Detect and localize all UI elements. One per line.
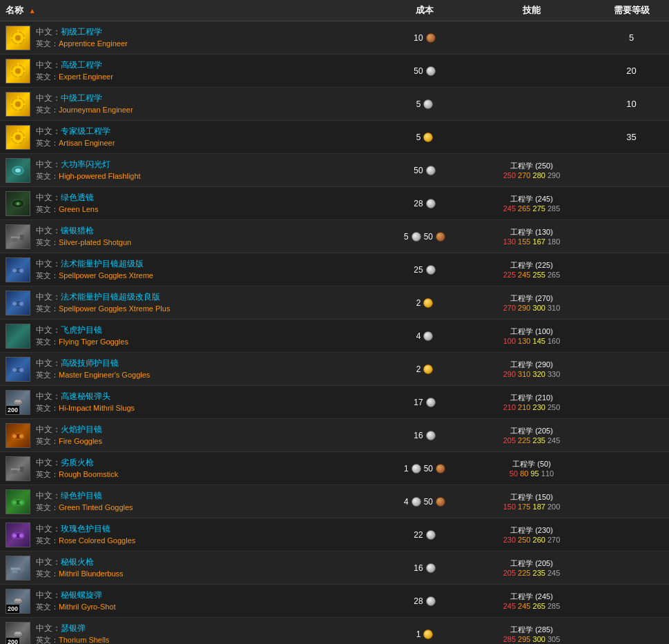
cost-cell: 10: [380, 33, 469, 43]
table-row[interactable]: 中文：绿色护目镜英文：Green Tinted Goggles450工程学 (1…: [0, 485, 669, 518]
cost-cell: 2: [380, 364, 469, 374]
table-row[interactable]: 中文：中级工程学英文：Journeyman Engineer510: [0, 88, 669, 121]
copper-coin-icon: [436, 464, 445, 474]
gold-coin-icon: [423, 298, 433, 308]
name-block: 中文：劣质火枪英文：Rough Boomstick: [36, 457, 118, 480]
svg-point-37: [12, 302, 17, 306]
level-cell: 35: [594, 132, 669, 142]
skill-label: 工程学 (205): [510, 558, 553, 569]
skill-value: 265: [547, 271, 560, 279]
skill-numbers: 250 270 280 290: [503, 171, 561, 179]
cn-name-line: 中文：绿色透镜: [36, 192, 98, 204]
name-cell: 200中文：瑟银弹英文：Thorium Shells: [0, 619, 380, 645]
table-row[interactable]: 中文：劣质火枪英文：Rough Boomstick150工程学 (50)50 8…: [0, 452, 669, 485]
name-cell: 中文：秘银火枪英文：Mithril Blunderbuss: [0, 553, 380, 583]
table-row[interactable]: 中文：绿色透镜英文：Green Lens28工程学 (245)245 265 2…: [0, 187, 669, 220]
item-icon: [6, 158, 30, 183]
en-name-line: 英文：Journeyman Engineer: [36, 105, 133, 115]
en-name-text: Silver-plated Shotgun: [59, 238, 131, 246]
level-cell: 20: [594, 66, 669, 76]
item-icon: [6, 489, 30, 514]
skill-value: 180: [547, 237, 560, 246]
cn-name-line: 中文：高速秘银弹头: [36, 391, 135, 402]
table-row[interactable]: 中文：专家级工程学英文：Artisan Engineer535: [0, 121, 669, 154]
skill-numbers: 130 155 167 180: [503, 237, 561, 246]
table-row[interactable]: 200中文：高速秘银弹头英文：Hi-Impact Mithril Slugs17…: [0, 386, 669, 419]
silver-coin-icon: [411, 497, 421, 507]
cn-name-line: 中文：法术能量护目镜超级版: [36, 258, 153, 270]
item-icon: [6, 59, 30, 84]
svg-rect-3: [17, 42, 19, 46]
table-row[interactable]: 中文：高级工程学英文：Expert Engineer5020: [0, 55, 669, 88]
table-row[interactable]: 中文：秘银火枪英文：Mithril Blunderbuss16工程学 (205)…: [0, 552, 669, 585]
cn-name-text: 镶银猎枪: [61, 226, 94, 235]
silver-coin-icon: [426, 530, 436, 540]
name-block: 中文：绿色透镜英文：Green Lens: [36, 192, 98, 215]
skill-value: 245: [503, 602, 516, 610]
skill-value: 130: [518, 337, 530, 345]
name-block: 中文：镶银猎枪英文：Silver-plated Shotgun: [36, 225, 131, 248]
table-row[interactable]: 中文：高级技师护目镜英文：Master Engineer's Goggles2工…: [0, 353, 669, 386]
table-row[interactable]: 中文：初级工程学英文：Apprentice Engineer105: [0, 21, 669, 55]
cost-amount: 5: [416, 133, 421, 142]
cn-name-text: 法术能量护目镜超级版: [61, 259, 144, 269]
cost-amount: 50: [414, 166, 423, 175]
table-row[interactable]: 中文：飞虎护目镜英文：Flying Tiger Goggles4工程学 (100…: [0, 320, 669, 353]
en-name-line: 英文：Master Engineer's Goggles: [36, 370, 150, 380]
name-block: 中文：大功率闪光灯英文：High-powered Flashlight: [36, 159, 141, 182]
cn-name-line: 中文：玫瑰色护目镜: [36, 523, 135, 535]
en-name-text: Green Tinted Goggles: [59, 503, 133, 511]
header-cost[interactable]: 成本: [380, 4, 469, 17]
table-row[interactable]: 中文：法术能量护目镜超级版英文：Spellpower Goggles Xtrem…: [0, 253, 669, 286]
skill-value: 245: [547, 436, 560, 445]
cost-amount: 1: [416, 630, 421, 639]
cost-cell: 5: [380, 99, 469, 109]
table-row[interactable]: 中文：玫瑰色护目镜英文：Rose Colored Goggles22工程学 (2…: [0, 518, 669, 552]
name-cell: 中文：初级工程学英文：Apprentice Engineer: [0, 23, 380, 53]
table-row[interactable]: 中文：法术能量护目镜超级改良版英文：Spellpower Goggles Xtr…: [0, 286, 669, 320]
table-row[interactable]: 中文：火焰护目镜英文：Fire Goggles16工程学 (205)205 22…: [0, 419, 669, 452]
header-level[interactable]: 需要等级: [594, 4, 669, 17]
en-name-line: 英文：Mithril Gyro-Shot: [36, 602, 116, 612]
skill-value: 285: [547, 204, 560, 213]
svg-point-57: [19, 534, 23, 538]
item-icon: [6, 423, 30, 448]
cost-cell: 5: [380, 133, 469, 142]
skill-value: 250: [518, 536, 530, 544]
svg-rect-15: [17, 108, 19, 112]
name-cell: 中文：飞虎护目镜英文：Flying Tiger Goggles: [0, 321, 380, 351]
header-name[interactable]: 名称 ▲: [0, 4, 380, 17]
cn-name-line: 中文：秘银火枪: [36, 556, 124, 568]
en-name-line: 英文：Spellpower Goggles Xtreme Plus: [36, 304, 170, 314]
skill-value: 110: [541, 469, 554, 478]
table-row[interactable]: 中文：镶银猎枪英文：Silver-plated Shotgun550工程学 (1…: [0, 220, 669, 253]
name-cell: 中文：绿色护目镜英文：Green Tinted Goggles: [0, 487, 380, 517]
gold-coin-icon: [423, 133, 433, 142]
table-row[interactable]: 中文：大功率闪光灯英文：High-powered Flashlight50工程学…: [0, 154, 669, 187]
en-name-text: Spellpower Goggles Xtreme: [59, 271, 153, 280]
cost-cell: 17: [380, 398, 469, 407]
table-row[interactable]: 200中文：秘银螺旋弹英文：Mithril Gyro-Shot28工程学 (24…: [0, 585, 669, 618]
skill-value: 265: [518, 204, 530, 213]
skill-cell: 工程学 (210)210 210 230 250: [469, 393, 594, 411]
skill-label: 工程学 (205): [510, 426, 553, 436]
cost-amount2: 50: [424, 497, 433, 507]
en-name-text: Rough Boomstick: [59, 470, 118, 478]
cost-cell: 4: [380, 331, 469, 341]
cost-amount: 22: [414, 530, 423, 540]
cn-name-text: 法术能量护目镜超级改良版: [61, 292, 160, 302]
copper-coin-icon: [436, 497, 445, 507]
skill-value: 95: [530, 469, 539, 478]
table-header: 名称 ▲ 成本 技能 需要等级: [0, 0, 669, 21]
name-cell: 200中文：高速秘银弹头英文：Hi-Impact Mithril Slugs: [0, 387, 380, 418]
skill-numbers: 285 295 300 305: [503, 635, 561, 643]
svg-point-45: [14, 400, 21, 402]
skill-label: 工程学 (100): [510, 326, 553, 337]
svg-point-48: [19, 434, 23, 438]
skill-label: 工程学 (245): [510, 194, 553, 204]
table-row[interactable]: 200中文：瑟银弹英文：Thorium Shells1工程学 (285)285 …: [0, 618, 669, 644]
header-skill[interactable]: 技能: [469, 4, 594, 17]
cn-name-text: 绿色护目镜: [61, 491, 102, 500]
cost-amount: 2: [416, 364, 421, 374]
skill-value: 290: [547, 171, 560, 179]
